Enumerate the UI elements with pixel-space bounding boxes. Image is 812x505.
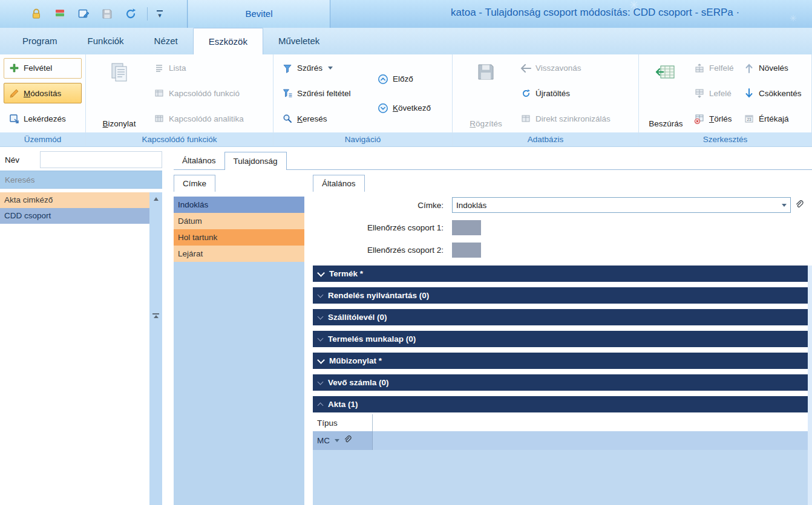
scroll-pin-icon[interactable] [152,313,159,318]
noveles-button[interactable]: Növelés [739,58,793,79]
cimke-item-lejarat[interactable]: Lejárat [174,246,304,262]
tab-nezet[interactable]: Nézet [139,28,193,54]
scroll-up-arrow-icon[interactable] [154,197,159,201]
ertekajanlat-button[interactable]: 23 Értékajá [739,108,794,129]
kereses-button[interactable]: Keresés [277,108,332,129]
section-szallitolevel[interactable]: Szállítólevél (0) [313,309,808,325]
save-icon[interactable] [100,7,114,21]
section-vevo-szamla[interactable]: Vevő számla (0) [313,374,808,391]
search-input[interactable] [0,171,162,189]
tab-funkciok[interactable]: Funkciók [73,28,139,54]
chevron-down-icon [317,356,325,364]
refresh-icon[interactable] [123,7,138,21]
elozo-button[interactable]: Előző [373,69,418,90]
related-function-icon [154,88,165,99]
ellenorzes1-row: Ellenőrzés csoport 1: [313,220,812,236]
nev-row: Név [0,149,162,171]
section-termek[interactable]: Termék * [313,266,808,282]
ellenorzes2-row: Ellenőrzés csoport 2: [313,242,812,258]
szerkesztes-column-1: Felfelé Lefelé Törlés [689,56,739,131]
bizonylat-button[interactable]: Bizonylat [90,56,149,131]
szuresi-feltetel-button[interactable]: Szűrési feltétel [277,83,356,103]
kapcsolodo-funkcio-label: Kapcsolódó funkció [169,89,240,98]
window-title: katoa - Tulajdonság csoport módosítás: C… [451,7,739,19]
ribbon-group-navigacio: Szűrés Szűrési feltétel Keresés [273,54,453,146]
edit-window-icon[interactable] [76,7,91,21]
paperclip-icon[interactable] [794,200,804,212]
section-termeles-munkalap[interactable]: Termelés munkalap (0) [313,331,808,347]
modositas-button[interactable]: Módosítás [4,83,82,103]
tab-muveletek[interactable]: Műveletek [263,28,335,54]
list-icon [154,63,165,74]
cimke-list-filler [174,262,304,505]
form-scrollbar[interactable] [808,266,812,505]
tab-altalanos[interactable]: Általános [174,152,224,169]
torles-button[interactable]: Törlés [689,108,737,129]
visszavonas-button[interactable]: Visszavonás [516,58,586,79]
ribbon-group-szerkesztes: Beszúrás Felfelé Lefelé Törlés [639,54,812,146]
ujratoltes-button[interactable]: Újratöltés [516,83,575,103]
cimke-combobox[interactable]: Indoklás [452,197,791,213]
cimke-item-datum[interactable]: Dátum [174,213,304,229]
lock-icon[interactable] [29,7,44,21]
navigacio-column-2: Előző Következő [373,56,436,131]
akta-type-cell[interactable]: MC [313,431,373,450]
list-item-cdd-csoport[interactable]: CDD csoport [0,208,149,224]
save-disk-icon [475,61,497,85]
lista-button[interactable]: Lista [149,58,191,79]
left-panel: Név Akta cimkéző CDD csoport [0,149,162,505]
felfele-label: Felfelé [709,64,734,73]
adatbazis-column: Visszavonás Újratöltés Direkt szinkroniz… [516,56,615,131]
section-mubizonylat[interactable]: Műbizonylat * [313,353,808,369]
sync-icon [520,113,531,124]
akta-table-row[interactable]: MC [313,431,808,450]
tipus-column-header[interactable]: Típus [313,414,373,431]
main-area: Általános Tulajdonság Címke Indoklás Dát… [162,149,812,505]
lefele-button[interactable]: Lefelé [689,83,736,103]
chevron-down-icon[interactable] [782,204,787,207]
rogzites-button[interactable]: Rögzítés [456,56,516,131]
chevron-down-icon[interactable] [335,439,339,442]
section-akta[interactable]: Akta (1) [313,396,808,412]
tab-tulajdonsag[interactable]: Tulajdonság [224,152,287,170]
direkt-szinkronizalas-label: Direkt szinkronizálás [535,114,611,123]
section-label: Akta (1) [328,400,358,409]
szures-button[interactable]: Szűrés [277,58,338,79]
ellenorzes2-box[interactable] [452,243,481,258]
lekerdezes-button[interactable]: Lekérdezés [4,108,82,129]
cimke-item-hol-tartunk[interactable]: Hol tartunk [174,229,304,246]
paperclip-icon[interactable] [343,435,352,446]
felfele-button[interactable]: Felfelé [689,58,739,79]
group-label-uzemmod: Üzemmód [0,132,85,146]
chevron-down-icon [317,269,325,277]
kapcsolodo-analitika-button[interactable]: Kapcsolódó analitika [149,108,249,129]
table-insert-icon [655,61,676,85]
csokkentes-button[interactable]: Csökkentés [739,83,807,103]
qat-overflow-button[interactable]: ▾ [157,10,163,18]
context-tab-bevitel[interactable]: Bevitel [188,0,330,28]
cimke-item-indoklas[interactable]: Indoklás [174,197,304,213]
tab-eszkozok[interactable]: Eszközök [193,28,263,54]
list-item-akta-cimkezo[interactable]: Akta cimkéző [0,192,149,208]
permissions-icon[interactable] [53,7,67,21]
group-label-szerkesztes: Szerkesztés [639,132,811,146]
calendar-23-icon: 23 [744,113,755,124]
direkt-szinkronizalas-button[interactable]: Direkt szinkronizálás [516,108,615,129]
tab-cimke[interactable]: Címke [174,175,215,192]
felvetel-button[interactable]: Felvétel [4,58,82,79]
group-list: Akta cimkéző CDD csoport [0,192,162,505]
kapcsolodo-funkcio-button[interactable]: Kapcsolódó funkció [149,83,244,103]
ellenorzes1-box[interactable] [452,220,481,235]
section-rendeles-nyilvantartas[interactable]: Rendelés nyilvántartás (0) [313,287,808,304]
left-scrollbar[interactable] [149,192,162,505]
ellenorzes2-label: Ellenőrzés csoport 2: [313,246,448,255]
beszuras-button[interactable]: Beszúrás [643,56,689,131]
titlebar: ▾ Bevitel katoa - Tulajdonság csoport mó… [0,0,812,28]
kovetkezo-button[interactable]: Következő [373,98,436,119]
tab-form-altalanos[interactable]: Általános [313,175,365,192]
tab-program[interactable]: Program [7,28,73,54]
nev-input[interactable] [40,151,162,168]
bizonylat-label: Bizonylat [103,119,136,128]
undo-arrow-icon [520,63,531,74]
section-label: Vevő számla (0) [328,378,389,387]
